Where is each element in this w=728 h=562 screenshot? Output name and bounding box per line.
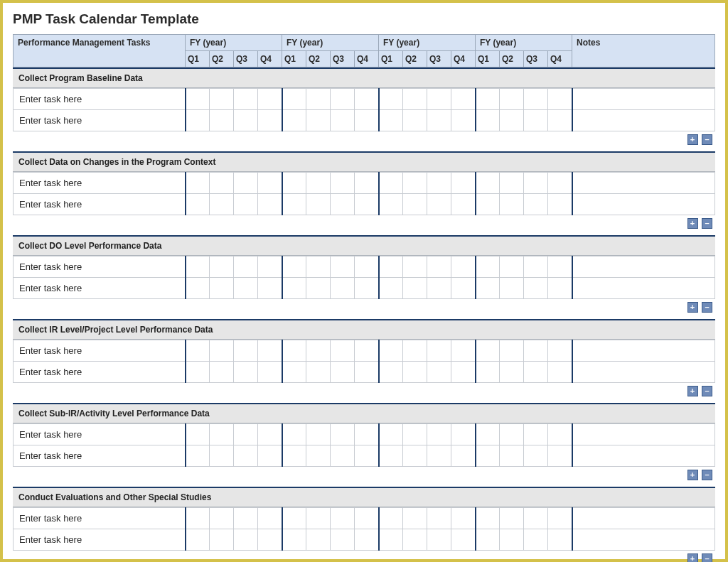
quarter-cell[interactable] (476, 278, 500, 299)
quarter-cell[interactable] (186, 362, 210, 383)
quarter-cell[interactable] (403, 529, 427, 551)
quarter-cell[interactable] (500, 424, 524, 445)
add-row-button[interactable]: + (687, 470, 698, 480)
quarter-cell[interactable] (500, 529, 524, 551)
quarter-cell[interactable] (282, 424, 306, 445)
task-cell[interactable]: Enter task here (14, 278, 186, 299)
task-cell[interactable]: Enter task here (14, 445, 186, 467)
notes-cell[interactable] (572, 424, 715, 445)
quarter-cell[interactable] (186, 529, 210, 551)
notes-cell[interactable] (572, 256, 715, 278)
quarter-cell[interactable] (403, 340, 427, 362)
quarter-cell[interactable] (210, 173, 234, 194)
add-row-button[interactable]: + (687, 134, 698, 145)
quarter-cell[interactable] (306, 194, 331, 215)
remove-row-button[interactable]: – (702, 218, 712, 229)
quarter-cell[interactable] (306, 508, 331, 529)
quarter-cell[interactable] (234, 194, 258, 215)
notes-cell[interactable] (572, 362, 715, 383)
quarter-cell[interactable] (258, 445, 282, 467)
quarter-cell[interactable] (331, 529, 355, 551)
quarter-cell[interactable] (186, 508, 210, 529)
quarter-cell[interactable] (210, 340, 234, 362)
quarter-cell[interactable] (524, 529, 548, 551)
quarter-cell[interactable] (355, 278, 379, 299)
quarter-cell[interactable] (451, 362, 476, 383)
quarter-cell[interactable] (500, 256, 524, 278)
quarter-cell[interactable] (234, 424, 258, 445)
quarter-cell[interactable] (234, 278, 258, 299)
quarter-cell[interactable] (548, 508, 572, 529)
task-cell[interactable]: Enter task here (14, 194, 186, 215)
quarter-cell[interactable] (524, 89, 548, 110)
quarter-cell[interactable] (258, 529, 282, 551)
quarter-cell[interactable] (548, 362, 572, 383)
quarter-cell[interactable] (331, 256, 355, 278)
quarter-cell[interactable] (331, 362, 355, 383)
quarter-cell[interactable] (282, 110, 306, 131)
quarter-cell[interactable] (427, 256, 451, 278)
quarter-cell[interactable] (548, 278, 572, 299)
quarter-cell[interactable] (524, 362, 548, 383)
quarter-cell[interactable] (427, 529, 451, 551)
remove-row-button[interactable]: – (702, 134, 712, 145)
quarter-cell[interactable] (234, 508, 258, 529)
quarter-cell[interactable] (403, 173, 427, 194)
quarter-cell[interactable] (451, 424, 476, 445)
quarter-cell[interactable] (210, 508, 234, 529)
quarter-cell[interactable] (331, 173, 355, 194)
quarter-cell[interactable] (210, 194, 234, 215)
quarter-cell[interactable] (427, 340, 451, 362)
quarter-cell[interactable] (306, 110, 331, 131)
quarter-cell[interactable] (355, 362, 379, 383)
task-cell[interactable]: Enter task here (14, 424, 186, 445)
notes-cell[interactable] (572, 173, 715, 194)
quarter-cell[interactable] (548, 194, 572, 215)
quarter-cell[interactable] (306, 173, 331, 194)
add-row-button[interactable]: + (687, 553, 698, 562)
task-cell[interactable]: Enter task here (14, 256, 186, 278)
quarter-cell[interactable] (234, 340, 258, 362)
task-cell[interactable]: Enter task here (14, 89, 186, 110)
quarter-cell[interactable] (355, 529, 379, 551)
remove-row-button[interactable]: – (702, 470, 712, 480)
quarter-cell[interactable] (476, 89, 500, 110)
quarter-cell[interactable] (524, 173, 548, 194)
quarter-cell[interactable] (234, 89, 258, 110)
quarter-cell[interactable] (234, 445, 258, 467)
quarter-cell[interactable] (355, 194, 379, 215)
quarter-cell[interactable] (282, 445, 306, 467)
task-cell[interactable]: Enter task here (14, 508, 186, 529)
quarter-cell[interactable] (234, 173, 258, 194)
quarter-cell[interactable] (258, 256, 282, 278)
quarter-cell[interactable] (355, 445, 379, 467)
quarter-cell[interactable] (451, 256, 476, 278)
quarter-cell[interactable] (476, 110, 500, 131)
notes-cell[interactable] (572, 194, 715, 215)
quarter-cell[interactable] (258, 340, 282, 362)
quarter-cell[interactable] (476, 194, 500, 215)
quarter-cell[interactable] (427, 424, 451, 445)
quarter-cell[interactable] (403, 89, 427, 110)
quarter-cell[interactable] (500, 508, 524, 529)
quarter-cell[interactable] (403, 256, 427, 278)
add-row-button[interactable]: + (687, 386, 698, 396)
quarter-cell[interactable] (500, 278, 524, 299)
quarter-cell[interactable] (379, 362, 403, 383)
task-cell[interactable]: Enter task here (14, 110, 186, 131)
quarter-cell[interactable] (403, 278, 427, 299)
quarter-cell[interactable] (234, 362, 258, 383)
quarter-cell[interactable] (331, 424, 355, 445)
notes-cell[interactable] (572, 340, 715, 362)
quarter-cell[interactable] (427, 173, 451, 194)
quarter-cell[interactable] (282, 89, 306, 110)
quarter-cell[interactable] (210, 362, 234, 383)
quarter-cell[interactable] (427, 110, 451, 131)
quarter-cell[interactable] (258, 89, 282, 110)
quarter-cell[interactable] (282, 529, 306, 551)
quarter-cell[interactable] (379, 110, 403, 131)
quarter-cell[interactable] (500, 445, 524, 467)
quarter-cell[interactable] (476, 508, 500, 529)
quarter-cell[interactable] (476, 529, 500, 551)
quarter-cell[interactable] (331, 89, 355, 110)
